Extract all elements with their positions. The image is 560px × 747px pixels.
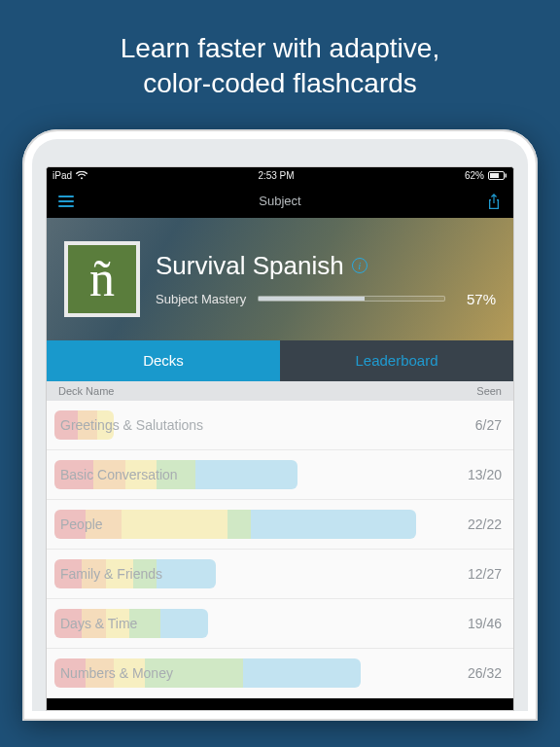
- svg-rect-2: [490, 173, 499, 178]
- deck-progress-bar: People: [54, 510, 447, 539]
- deck-list: Greetings & Salutations6/27Basic Convers…: [47, 401, 513, 698]
- col-header-deck-name: Deck Name: [58, 385, 114, 397]
- tabs: Decks Leaderboard: [47, 340, 513, 381]
- status-bar: iPad 2:53 PM 62%: [47, 167, 513, 185]
- deck-row[interactable]: Days & Time19/46: [47, 599, 513, 649]
- deck-seen: 22/22: [457, 516, 502, 532]
- device-bezel: iPad 2:53 PM 62% Subject: [32, 139, 528, 711]
- deck-progress-bar: Basic Conversation: [54, 460, 447, 489]
- mastery-label: Subject Mastery: [156, 292, 246, 306]
- deck-name: Numbers & Money: [54, 665, 173, 681]
- deck-name: Greetings & Salutations: [54, 417, 203, 433]
- status-bar-time: 2:53 PM: [258, 170, 294, 181]
- status-bar-right: 62%: [465, 170, 508, 181]
- subject-logo: ñ: [64, 241, 140, 317]
- svg-rect-1: [506, 174, 508, 178]
- col-header-seen: Seen: [476, 385, 502, 397]
- mastery-fill: [259, 297, 365, 301]
- tab-leaderboard[interactable]: Leaderboard: [280, 340, 513, 381]
- deck-name: Basic Conversation: [54, 467, 178, 482]
- screen: iPad 2:53 PM 62% Subject: [46, 166, 514, 711]
- deck-seen: 19/46: [457, 616, 502, 631]
- mastery-percent: 57%: [457, 291, 496, 307]
- subject-header: ñ Survival Spanish i Subject Mastery 57%: [47, 218, 513, 340]
- deck-seen: 13/20: [457, 467, 502, 482]
- tab-decks[interactable]: Decks: [47, 340, 280, 381]
- device-frame: iPad 2:53 PM 62% Subject: [22, 129, 538, 721]
- battery-icon: [488, 171, 508, 180]
- deck-row[interactable]: People22/22: [47, 500, 513, 550]
- deck-seen: 26/32: [457, 665, 502, 681]
- deck-progress-bar: Greetings & Salutations: [54, 410, 447, 440]
- progress-segment-blue: [157, 559, 216, 588]
- subject-title: Survival Spanish: [156, 251, 344, 281]
- device-label: iPad: [52, 170, 72, 181]
- deck-progress-bar: Numbers & Money: [54, 658, 447, 688]
- nav-title: Subject: [259, 194, 300, 208]
- progress-segment-blue: [195, 460, 298, 489]
- progress-segment-yellow: [122, 510, 228, 539]
- promo-headline: Learn faster with adaptive,color-coded f…: [0, 0, 560, 129]
- status-bar-left: iPad: [52, 170, 88, 181]
- progress-segment-blue: [243, 658, 361, 688]
- progress-segment-green: [228, 510, 251, 539]
- deck-row[interactable]: Basic Conversation13/20: [47, 450, 513, 500]
- subject-info: Survival Spanish i Subject Mastery 57%: [156, 251, 496, 307]
- deck-name: Days & Time: [54, 616, 137, 631]
- deck-progress-bar: Days & Time: [54, 609, 447, 638]
- deck-seen: 12/27: [457, 566, 502, 582]
- deck-row[interactable]: Family & Friends12/27: [47, 550, 513, 599]
- wifi-icon: [76, 171, 88, 180]
- deck-name: Family & Friends: [54, 566, 162, 582]
- nav-bar: Subject: [47, 185, 513, 218]
- progress-segment-blue: [251, 510, 416, 539]
- battery-label: 62%: [465, 170, 484, 181]
- mastery-bar: [258, 296, 445, 302]
- deck-progress-bar: Family & Friends: [54, 559, 447, 588]
- deck-list-header: Deck Name Seen: [47, 381, 513, 401]
- deck-seen: 6/27: [457, 417, 502, 433]
- info-icon[interactable]: i: [352, 258, 368, 273]
- deck-row[interactable]: Numbers & Money26/32: [47, 649, 513, 698]
- deck-name: People: [54, 516, 103, 532]
- menu-icon[interactable]: [58, 196, 74, 207]
- share-icon[interactable]: [486, 193, 502, 210]
- deck-row[interactable]: Greetings & Salutations6/27: [47, 401, 513, 450]
- progress-segment-blue: [160, 609, 207, 638]
